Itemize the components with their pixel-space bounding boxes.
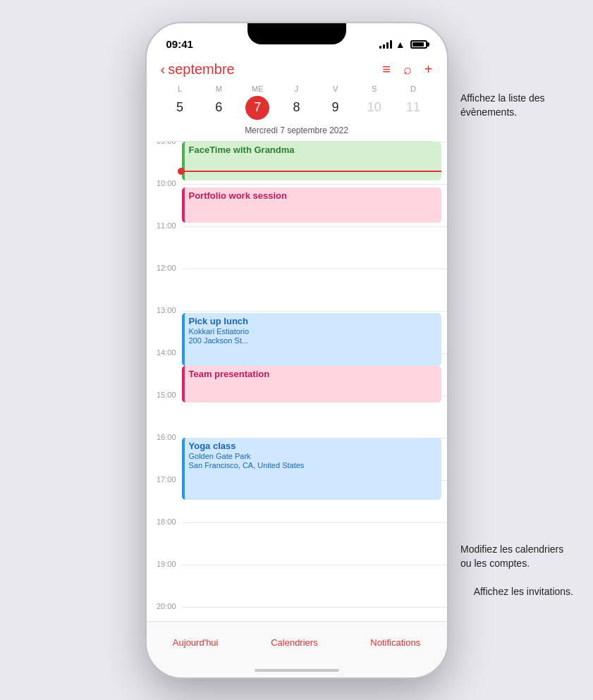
status-icons: ▲ bbox=[379, 39, 427, 50]
time-line bbox=[182, 311, 447, 312]
week-day-label: L bbox=[161, 85, 200, 94]
event-subtitle: Kokkari Estiatorio bbox=[189, 327, 437, 336]
annotation-1: Affichez la liste des évènements. bbox=[460, 92, 573, 119]
week-day-label: J bbox=[277, 85, 316, 94]
home-indicator bbox=[255, 669, 339, 672]
time-label: 20:00 bbox=[147, 603, 182, 610]
time-label: 12:00 bbox=[147, 264, 182, 272]
event-subtitle: Golden Gate Park bbox=[189, 452, 437, 460]
week-date[interactable]: 7 bbox=[245, 96, 269, 120]
time-line bbox=[182, 607, 447, 608]
week-day-label: M bbox=[200, 85, 238, 94]
current-time-dot bbox=[178, 168, 185, 175]
week-date[interactable]: 8 bbox=[284, 96, 308, 120]
annotation-3: Affichez les invitations. bbox=[474, 585, 573, 599]
event-block[interactable]: Team presentation bbox=[182, 366, 441, 403]
week-dates[interactable]: 567891011 bbox=[161, 96, 433, 124]
time-label: 09:00 bbox=[147, 142, 182, 145]
time-label: 18:00 bbox=[147, 518, 182, 526]
status-time: 09:41 bbox=[166, 38, 193, 50]
phone-frame: 09:41 ▲ ‹ septembre bbox=[145, 22, 448, 679]
timeline[interactable]: 09:0010:0011:0012:0013:0014:0015:0016:00… bbox=[147, 142, 447, 615]
time-label: 15:00 bbox=[147, 391, 182, 399]
back-arrow-icon[interactable]: ‹ bbox=[161, 61, 166, 78]
month-label[interactable]: septembre bbox=[168, 61, 235, 78]
time-label: 19:00 bbox=[147, 560, 182, 568]
week-day-label: D bbox=[393, 85, 432, 94]
week-date[interactable]: 10 bbox=[362, 96, 386, 120]
event-block[interactable]: Yoga classGolden Gate ParkSan Francisco,… bbox=[182, 438, 441, 500]
time-label: 13:00 bbox=[147, 307, 182, 314]
time-line bbox=[182, 565, 447, 565]
time-row: 12:00 bbox=[147, 269, 447, 311]
time-label: 14:00 bbox=[147, 349, 182, 357]
event-title: Pick up lunch bbox=[189, 316, 437, 326]
tab-notifications[interactable]: Notifications bbox=[370, 637, 420, 648]
time-label: 10:00 bbox=[147, 180, 182, 188]
annotation-2: Modifiez les calendriers ou les comptes. bbox=[460, 543, 573, 570]
week-day-label: V bbox=[316, 85, 355, 94]
event-block[interactable]: Pick up lunchKokkari Estiatorio200 Jacks… bbox=[182, 313, 441, 366]
event-title: FaceTime with Grandma bbox=[189, 145, 437, 155]
time-row: 11:00 bbox=[147, 226, 447, 269]
cal-nav-icons: ≡ ⌕ + bbox=[382, 61, 432, 78]
event-title: Yoga class bbox=[189, 441, 437, 451]
event-block[interactable]: Portfolio work session bbox=[182, 188, 441, 223]
event-subtitle: 200 Jackson St... bbox=[189, 336, 437, 345]
time-line bbox=[182, 269, 447, 269]
tab-today[interactable]: Aujourd'hui bbox=[173, 637, 219, 648]
add-event-icon[interactable]: + bbox=[424, 61, 433, 78]
calendar-header: ‹ septembre ≡ ⌕ + LMMEJVSD 567891011 Mer… bbox=[147, 59, 447, 142]
week-days-header: LMMEJVSD bbox=[161, 83, 433, 96]
event-title: Portfolio work session bbox=[189, 190, 437, 201]
cal-nav: ‹ septembre ≡ ⌕ + bbox=[161, 59, 433, 83]
event-title: Team presentation bbox=[189, 369, 437, 379]
time-row: 19:00 bbox=[147, 565, 447, 607]
notch bbox=[247, 23, 346, 44]
time-row: 18:00 bbox=[147, 522, 447, 565]
time-label: 17:00 bbox=[147, 476, 182, 484]
wifi-icon: ▲ bbox=[396, 39, 405, 50]
week-day-label: S bbox=[355, 85, 393, 94]
time-label: 11:00 bbox=[147, 222, 182, 230]
search-icon[interactable]: ⌕ bbox=[403, 61, 412, 78]
event-block[interactable]: FaceTime with Grandma bbox=[182, 142, 441, 180]
date-label: Mercredi 7 septembre 2022 bbox=[161, 124, 433, 142]
week-date[interactable]: 5 bbox=[168, 96, 192, 120]
current-time-indicator bbox=[182, 171, 441, 172]
time-row: 20:00 bbox=[147, 607, 447, 615]
time-line bbox=[182, 184, 447, 185]
week-day-label: ME bbox=[238, 85, 277, 94]
week-date[interactable]: 9 bbox=[324, 96, 348, 120]
cal-nav-left[interactable]: ‹ septembre bbox=[161, 61, 235, 78]
week-date[interactable]: 11 bbox=[401, 96, 425, 120]
week-date[interactable]: 6 bbox=[207, 96, 231, 120]
battery-icon bbox=[410, 40, 427, 49]
event-subtitle: San Francisco, CA, United States bbox=[189, 461, 437, 469]
time-label: 16:00 bbox=[147, 434, 182, 441]
signal-bars-icon bbox=[379, 40, 392, 49]
tab-calendars[interactable]: Calendriers bbox=[271, 637, 317, 648]
list-view-icon[interactable]: ≡ bbox=[382, 61, 391, 78]
time-line bbox=[182, 226, 447, 227]
time-line bbox=[182, 522, 447, 523]
